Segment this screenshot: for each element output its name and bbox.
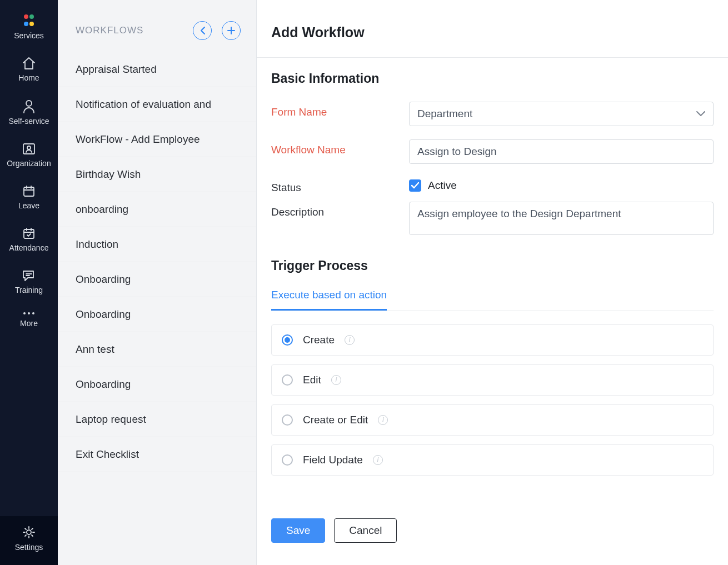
back-button[interactable] [193, 21, 212, 40]
svg-rect-4 [24, 229, 34, 238]
chevron-down-icon [696, 111, 705, 117]
tab-execute-on-action[interactable]: Execute based on action [271, 289, 387, 311]
nav-leave[interactable]: Leave [0, 176, 58, 218]
form-name-select[interactable]: Department [409, 102, 714, 126]
nav-label: Training [2, 286, 56, 294]
trigger-option[interactable]: Edit i [271, 364, 714, 396]
nav-label: Home [2, 73, 56, 82]
workflow-list-item[interactable]: Onboarding [58, 367, 256, 402]
workflow-name-input[interactable] [409, 139, 714, 164]
person-icon [2, 99, 56, 113]
workflow-list-item[interactable]: Onboarding [58, 262, 256, 297]
left-nav: Services Home Self-service Organization … [0, 0, 58, 565]
radio-button[interactable] [282, 334, 293, 346]
svg-point-6 [28, 312, 30, 314]
info-icon[interactable]: i [373, 455, 383, 465]
workflow-list-item[interactable]: Appraisal Started [58, 52, 256, 87]
nav-more[interactable]: More [0, 302, 58, 336]
info-icon[interactable]: i [331, 375, 341, 385]
trigger-option-label: Create or Edit [303, 414, 368, 426]
chat-icon [2, 269, 56, 282]
cancel-button[interactable]: Cancel [334, 518, 397, 543]
save-button[interactable]: Save [271, 518, 325, 543]
side-panel-title: WORKFLOWS [76, 25, 143, 36]
page-title: Add Workflow [257, 0, 728, 58]
active-checkbox[interactable] [409, 179, 421, 192]
radio-button[interactable] [282, 414, 293, 426]
workflow-list-item[interactable]: Onboarding [58, 297, 256, 332]
nav-organization[interactable]: Organization [0, 133, 58, 176]
svg-point-5 [23, 312, 26, 314]
nav-label: Attendance [2, 243, 56, 252]
home-icon [2, 57, 56, 70]
workflow-side-panel: WORKFLOWS Appraisal StartedNotification … [58, 0, 257, 565]
nav-training[interactable]: Training [0, 260, 58, 302]
nav-label: Services [2, 31, 56, 40]
nav-label: More [2, 319, 56, 328]
org-icon [2, 142, 56, 156]
nav-label: Self-service [2, 117, 56, 126]
trigger-option[interactable]: Create or Edit i [271, 404, 714, 436]
nav-settings[interactable]: Settings [0, 516, 58, 565]
trigger-option-label: Create [303, 334, 335, 346]
nav-services[interactable]: Services [0, 6, 58, 48]
workflow-list-item[interactable]: onboarding [58, 192, 256, 227]
check-icon [411, 182, 419, 189]
trigger-option[interactable]: Create i [271, 324, 714, 356]
workflow-list-item[interactable]: Laptop request [58, 402, 256, 437]
form-name-label: Form Name [271, 102, 409, 118]
svg-rect-3 [24, 187, 34, 196]
info-icon[interactable]: i [345, 335, 355, 345]
chevron-left-icon [200, 27, 205, 34]
trigger-tabs: Execute based on action [271, 289, 714, 311]
svg-point-0 [26, 101, 32, 106]
main-panel: Add Workflow Basic Information Form Name… [257, 0, 728, 565]
description-textarea[interactable] [409, 202, 714, 235]
info-icon[interactable]: i [378, 415, 388, 425]
svg-point-8 [27, 530, 31, 534]
add-workflow-button[interactable] [222, 21, 241, 40]
dots-icon [2, 311, 56, 316]
workflow-name-label: Workflow Name [271, 139, 409, 156]
trigger-option[interactable]: Field Update i [271, 444, 714, 476]
nav-label: Settings [2, 543, 56, 552]
form-footer: Save Cancel [257, 507, 728, 565]
radio-button[interactable] [282, 454, 293, 466]
trigger-option-label: Edit [303, 374, 321, 386]
nav-label: Organization [2, 159, 56, 168]
nav-home[interactable]: Home [0, 48, 58, 90]
workflow-list-item[interactable]: Ann test [58, 332, 256, 367]
workflow-list-item[interactable]: WorkFlow - Add Employee [58, 122, 256, 157]
calendar-icon [2, 184, 56, 198]
nav-attendance[interactable]: Attendance [0, 218, 58, 260]
trigger-option-list: Create i Edit i Create or Edit i Field U… [257, 324, 728, 476]
workflow-list-item[interactable]: Induction [58, 227, 256, 262]
apps-icon [2, 14, 56, 28]
svg-rect-1 [23, 144, 34, 154]
radio-button[interactable] [282, 374, 293, 386]
description-label: Description [271, 202, 409, 218]
calcheck-icon [2, 227, 56, 240]
gear-icon [2, 525, 56, 539]
section-heading-trigger: Trigger Process [271, 258, 714, 273]
trigger-option-label: Field Update [303, 454, 363, 466]
nav-self-service[interactable]: Self-service [0, 90, 58, 133]
trigger-process-section: Trigger Process [257, 253, 728, 273]
workflow-list-item[interactable]: Birthday Wish [58, 157, 256, 192]
basic-information-section: Basic Information Form Name Department W… [257, 58, 728, 253]
nav-label: Leave [2, 201, 56, 210]
workflow-list-item[interactable]: Notification of evaluation and [58, 87, 256, 122]
workflow-list-item[interactable]: Exit Checklist [58, 437, 256, 472]
status-label: Status [271, 177, 409, 194]
active-label: Active [428, 179, 457, 192]
svg-point-2 [27, 146, 31, 149]
svg-point-7 [32, 312, 34, 314]
plus-icon [227, 27, 235, 34]
form-name-value: Department [417, 108, 472, 120]
section-heading-basic: Basic Information [271, 71, 714, 86]
